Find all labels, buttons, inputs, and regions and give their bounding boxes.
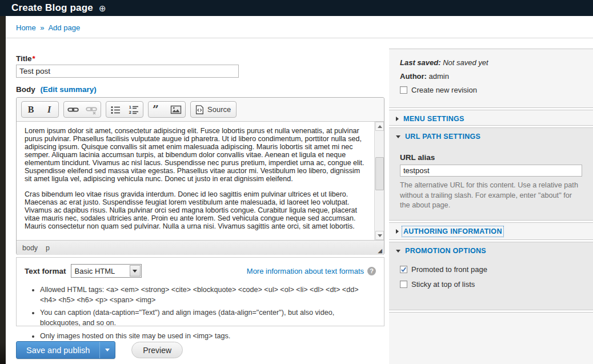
caret-down-icon	[105, 349, 110, 351]
resize-handle-icon[interactable]: ◢	[378, 247, 382, 254]
preview-button[interactable]: Preview	[131, 342, 183, 358]
body-paragraph-1: Lorem ipsum dolor sit amet, consectetur …	[25, 127, 367, 183]
filter-tip: You can caption (data-caption="Text") an…	[40, 308, 376, 328]
checkbox-box[interactable]	[400, 281, 407, 288]
menu-settings-toggle[interactable]: MENU SETTINGS	[389, 110, 593, 123]
filter-tip: Only images hosted on this site may be u…	[40, 331, 376, 342]
page-header: Create Blog page ⊕	[0, 0, 593, 16]
sidebar-empty-panel	[389, 312, 593, 364]
text-format-label: Text format	[25, 267, 66, 275]
url-alias-description: The alternative URL for this content. Us…	[400, 181, 584, 211]
promotion-options-body: Promoted to front page Sticky at top of …	[389, 255, 593, 289]
check-icon	[400, 266, 407, 273]
breadcrumb-separator: »	[40, 23, 44, 32]
add-shortcut-icon[interactable]: ⊕	[99, 4, 106, 13]
text-format-wrapper: Text format Basic HTML More information …	[16, 257, 384, 326]
bold-button[interactable]: B	[22, 102, 40, 117]
toolbar-group-basicstyles: B I	[21, 101, 59, 118]
url-alias-label: URL alias	[400, 153, 583, 162]
editor-scrollbar[interactable]	[374, 122, 384, 240]
svg-text:1: 1	[129, 105, 132, 110]
promoted-to-front-page-checkbox[interactable]: Promoted to front page	[400, 265, 593, 274]
entity-meta-panel: Last saved: Not saved yet Author: admin …	[389, 49, 593, 108]
body-label: Body (Edit summary)	[16, 85, 97, 94]
menu-settings-section: MENU SETTINGS	[389, 110, 593, 126]
select-caret-icon	[130, 265, 141, 277]
breadcrumb-band: Home » Add page	[6, 16, 593, 38]
authoring-information-toggle[interactable]: AUTHORING INFORMATION	[389, 223, 593, 235]
link-icon[interactable]	[64, 102, 82, 117]
expanded-arrow-icon	[396, 135, 400, 138]
authoring-information-section: AUTHORING INFORMATION	[389, 222, 593, 240]
create-new-revision-checkbox[interactable]: Create new revision	[400, 86, 585, 94]
url-path-settings-toggle[interactable]: URL PATH SETTINGS	[389, 128, 593, 141]
filter-tips-list: Allowed HTML tags: <a> <em> <strong> <ci…	[40, 285, 376, 341]
left-toolbar-rail	[0, 0, 6, 364]
promotion-options-section: PROMOTION OPTIONS Promoted to front page…	[389, 242, 593, 310]
image-icon[interactable]	[167, 102, 185, 117]
promotion-options-toggle[interactable]: PROMOTION OPTIONS	[389, 242, 593, 255]
url-alias-field: URL alias The alternative URL for this c…	[389, 141, 593, 211]
source-button[interactable]: Source	[191, 102, 236, 117]
svg-text:2: 2	[129, 110, 132, 115]
scroll-down-icon[interactable]	[375, 231, 384, 240]
author-row: Author: admin	[400, 72, 585, 81]
required-marker: *	[33, 54, 35, 63]
unlink-icon[interactable]	[82, 102, 101, 117]
collapsed-arrow-icon	[396, 117, 399, 121]
checkbox-box[interactable]	[400, 86, 407, 94]
scrollbar-thumb[interactable]	[375, 157, 384, 190]
url-alias-input[interactable]	[400, 165, 582, 177]
toolbar-group-media: ”	[148, 101, 186, 118]
text-format-row: Text format Basic HTML More information …	[25, 264, 376, 278]
svg-text:”: ”	[153, 104, 159, 115]
text-format-select[interactable]: Basic HTML	[71, 264, 142, 278]
editor-content-area[interactable]: Lorem ipsum dolor sit amet, consectetur …	[17, 122, 384, 240]
toolbar-group-lists: 12	[106, 101, 143, 118]
filter-tip: Allowed HTML tags: <a> <em> <strong> <ci…	[40, 285, 376, 305]
help-icon[interactable]: ?	[367, 267, 376, 275]
path-item-p[interactable]: p	[46, 244, 50, 252]
edit-summary-link[interactable]: (Edit summary)	[41, 85, 97, 94]
save-dropdown-toggle[interactable]	[99, 342, 115, 358]
title-label: Title*	[16, 54, 35, 63]
breadcrumb: Home » Add page	[16, 23, 80, 32]
scroll-up-icon[interactable]	[375, 122, 384, 131]
bulleted-list-icon[interactable]	[106, 102, 125, 117]
path-item-body[interactable]: body	[22, 244, 38, 252]
editor-element-path: body p ◢	[17, 240, 384, 255]
toolbar-group-links	[63, 101, 101, 118]
form-actions: Save and publish Preview	[16, 341, 183, 359]
last-saved-row: Last saved: Not saved yet	[400, 58, 585, 67]
source-icon	[194, 105, 205, 115]
collapsed-arrow-icon	[396, 229, 399, 234]
body-editor: B I 12 ”	[16, 97, 384, 255]
title-input[interactable]	[16, 65, 239, 78]
breadcrumb-add-page-link[interactable]: Add page	[48, 23, 80, 32]
editor-toolbar: B I 12 ”	[17, 98, 384, 122]
save-and-publish-button[interactable]: Save and publish	[16, 341, 115, 359]
italic-button[interactable]: I	[40, 102, 58, 117]
blockquote-icon[interactable]: ”	[149, 102, 167, 117]
text-format-help-link[interactable]: More information about text formats	[247, 267, 364, 275]
breadcrumb-home-link[interactable]: Home	[16, 23, 36, 32]
checkbox-box[interactable]	[400, 266, 407, 273]
numbered-list-icon[interactable]: 12	[125, 102, 143, 117]
page-title: Create Blog page	[11, 2, 93, 14]
sticky-at-top-checkbox[interactable]: Sticky at top of lists	[400, 280, 593, 289]
expanded-arrow-icon	[396, 250, 400, 253]
toolbar-group-source: Source	[190, 101, 237, 118]
url-path-settings-section: URL PATH SETTINGS URL alias The alternat…	[389, 127, 593, 221]
body-paragraph-2: Cras bibendum leo vitae risus gravida in…	[25, 190, 367, 230]
